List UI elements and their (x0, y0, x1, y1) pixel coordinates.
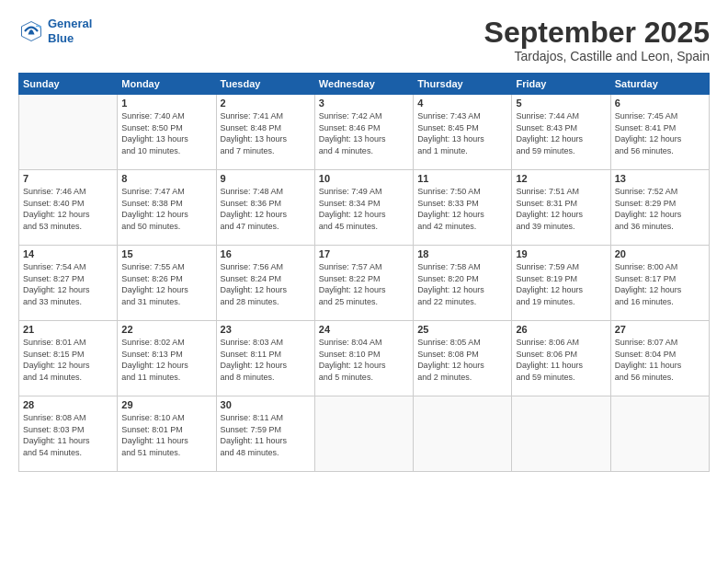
col-thursday: Thursday (414, 74, 512, 95)
col-friday: Friday (512, 74, 610, 95)
table-row: 10Sunrise: 7:49 AM Sunset: 8:34 PM Dayli… (314, 170, 413, 246)
table-row: 11Sunrise: 7:50 AM Sunset: 8:33 PM Dayli… (414, 170, 512, 246)
header: General Blue September 2025 Tardajos, Ca… (18, 17, 710, 63)
day-number: 30 (221, 399, 311, 410)
day-number: 2 (221, 98, 311, 109)
day-number: 5 (516, 98, 606, 109)
day-info: Sunrise: 7:48 AM Sunset: 8:36 PM Dayligh… (221, 186, 311, 232)
day-info: Sunrise: 8:03 AM Sunset: 8:11 PM Dayligh… (221, 337, 311, 383)
day-info: Sunrise: 8:10 AM Sunset: 8:01 PM Dayligh… (121, 412, 211, 458)
day-number: 9 (221, 173, 311, 184)
day-number: 8 (121, 173, 211, 184)
calendar-table: Sunday Monday Tuesday Wednesday Thursday… (18, 73, 710, 472)
day-number: 17 (319, 248, 409, 259)
day-number: 21 (23, 324, 113, 335)
title-block: September 2025 Tardajos, Castille and Le… (484, 17, 710, 63)
page: General Blue September 2025 Tardajos, Ca… (0, 0, 728, 563)
calendar-week-row: 7Sunrise: 7:46 AM Sunset: 8:40 PM Daylig… (19, 170, 710, 246)
table-row (314, 396, 413, 472)
day-number: 27 (615, 324, 705, 335)
calendar-week-row: 28Sunrise: 8:08 AM Sunset: 8:03 PM Dayli… (19, 396, 710, 472)
table-row: 19Sunrise: 7:59 AM Sunset: 8:19 PM Dayli… (512, 246, 610, 321)
day-number: 23 (221, 324, 311, 335)
table-row (414, 396, 512, 472)
day-info: Sunrise: 7:46 AM Sunset: 8:40 PM Dayligh… (23, 186, 113, 232)
day-number: 28 (23, 399, 113, 410)
day-info: Sunrise: 7:41 AM Sunset: 8:48 PM Dayligh… (221, 110, 311, 156)
day-number: 26 (516, 324, 606, 335)
table-row: 16Sunrise: 7:56 AM Sunset: 8:24 PM Dayli… (216, 246, 314, 321)
day-number: 16 (221, 248, 311, 259)
day-number: 14 (23, 248, 113, 259)
day-number: 19 (516, 248, 606, 259)
logo-text: General Blue (48, 17, 92, 45)
table-row: 13Sunrise: 7:52 AM Sunset: 8:29 PM Dayli… (610, 170, 709, 246)
col-sunday: Sunday (19, 74, 118, 95)
table-row: 28Sunrise: 8:08 AM Sunset: 8:03 PM Dayli… (19, 396, 118, 472)
logo-icon (18, 18, 44, 44)
table-row: 29Sunrise: 8:10 AM Sunset: 8:01 PM Dayli… (118, 396, 216, 472)
day-info: Sunrise: 8:08 AM Sunset: 8:03 PM Dayligh… (23, 412, 113, 458)
table-row: 4Sunrise: 7:43 AM Sunset: 8:45 PM Daylig… (414, 95, 512, 170)
day-info: Sunrise: 8:07 AM Sunset: 8:04 PM Dayligh… (615, 337, 705, 383)
location: Tardajos, Castille and Leon, Spain (484, 49, 710, 63)
day-info: Sunrise: 7:47 AM Sunset: 8:38 PM Dayligh… (121, 186, 211, 232)
table-row: 26Sunrise: 8:06 AM Sunset: 8:06 PM Dayli… (512, 321, 610, 396)
day-number: 22 (121, 324, 211, 335)
day-info: Sunrise: 7:52 AM Sunset: 8:29 PM Dayligh… (615, 186, 705, 232)
col-saturday: Saturday (610, 74, 709, 95)
table-row: 7Sunrise: 7:46 AM Sunset: 8:40 PM Daylig… (19, 170, 118, 246)
day-number: 1 (121, 98, 211, 109)
calendar-week-row: 14Sunrise: 7:54 AM Sunset: 8:27 PM Dayli… (19, 246, 710, 321)
table-row: 8Sunrise: 7:47 AM Sunset: 8:38 PM Daylig… (118, 170, 216, 246)
day-number: 24 (319, 324, 409, 335)
table-row (19, 95, 118, 170)
table-row: 3Sunrise: 7:42 AM Sunset: 8:46 PM Daylig… (314, 95, 413, 170)
table-row: 25Sunrise: 8:05 AM Sunset: 8:08 PM Dayli… (414, 321, 512, 396)
day-info: Sunrise: 8:00 AM Sunset: 8:17 PM Dayligh… (615, 261, 705, 307)
day-info: Sunrise: 7:57 AM Sunset: 8:22 PM Dayligh… (319, 261, 409, 307)
day-info: Sunrise: 8:01 AM Sunset: 8:15 PM Dayligh… (23, 337, 113, 383)
day-number: 10 (319, 173, 409, 184)
day-number: 3 (319, 98, 409, 109)
table-row (610, 396, 709, 472)
calendar-week-row: 1Sunrise: 7:40 AM Sunset: 8:50 PM Daylig… (19, 95, 710, 170)
day-info: Sunrise: 7:55 AM Sunset: 8:26 PM Dayligh… (121, 261, 211, 307)
day-number: 7 (23, 173, 113, 184)
table-row: 2Sunrise: 7:41 AM Sunset: 8:48 PM Daylig… (216, 95, 314, 170)
col-tuesday: Tuesday (216, 74, 314, 95)
day-number: 20 (615, 248, 705, 259)
day-info: Sunrise: 7:56 AM Sunset: 8:24 PM Dayligh… (221, 261, 311, 307)
table-row: 6Sunrise: 7:45 AM Sunset: 8:41 PM Daylig… (610, 95, 709, 170)
table-row: 14Sunrise: 7:54 AM Sunset: 8:27 PM Dayli… (19, 246, 118, 321)
day-info: Sunrise: 7:44 AM Sunset: 8:43 PM Dayligh… (516, 110, 606, 156)
day-info: Sunrise: 7:40 AM Sunset: 8:50 PM Dayligh… (121, 110, 211, 156)
table-row: 22Sunrise: 8:02 AM Sunset: 8:13 PM Dayli… (118, 321, 216, 396)
table-row: 12Sunrise: 7:51 AM Sunset: 8:31 PM Dayli… (512, 170, 610, 246)
day-info: Sunrise: 7:59 AM Sunset: 8:19 PM Dayligh… (516, 261, 606, 307)
table-row (512, 396, 610, 472)
calendar-header-row: Sunday Monday Tuesday Wednesday Thursday… (19, 74, 710, 95)
day-number: 11 (417, 173, 507, 184)
day-number: 12 (516, 173, 606, 184)
day-info: Sunrise: 7:54 AM Sunset: 8:27 PM Dayligh… (23, 261, 113, 307)
day-info: Sunrise: 8:11 AM Sunset: 7:59 PM Dayligh… (221, 412, 311, 458)
logo-line2: Blue (48, 31, 74, 45)
table-row: 17Sunrise: 7:57 AM Sunset: 8:22 PM Dayli… (314, 246, 413, 321)
day-info: Sunrise: 7:42 AM Sunset: 8:46 PM Dayligh… (319, 110, 409, 156)
day-info: Sunrise: 8:04 AM Sunset: 8:10 PM Dayligh… (319, 337, 409, 383)
day-info: Sunrise: 7:51 AM Sunset: 8:31 PM Dayligh… (516, 186, 606, 232)
table-row: 21Sunrise: 8:01 AM Sunset: 8:15 PM Dayli… (19, 321, 118, 396)
table-row: 9Sunrise: 7:48 AM Sunset: 8:36 PM Daylig… (216, 170, 314, 246)
day-info: Sunrise: 8:06 AM Sunset: 8:06 PM Dayligh… (516, 337, 606, 383)
day-info: Sunrise: 7:43 AM Sunset: 8:45 PM Dayligh… (417, 110, 507, 156)
logo: General Blue (18, 17, 92, 45)
calendar-week-row: 21Sunrise: 8:01 AM Sunset: 8:15 PM Dayli… (19, 321, 710, 396)
table-row: 24Sunrise: 8:04 AM Sunset: 8:10 PM Dayli… (314, 321, 413, 396)
table-row: 23Sunrise: 8:03 AM Sunset: 8:11 PM Dayli… (216, 321, 314, 396)
day-number: 4 (417, 98, 507, 109)
day-number: 25 (417, 324, 507, 335)
table-row: 20Sunrise: 8:00 AM Sunset: 8:17 PM Dayli… (610, 246, 709, 321)
day-info: Sunrise: 7:50 AM Sunset: 8:33 PM Dayligh… (417, 186, 507, 232)
day-number: 13 (615, 173, 705, 184)
